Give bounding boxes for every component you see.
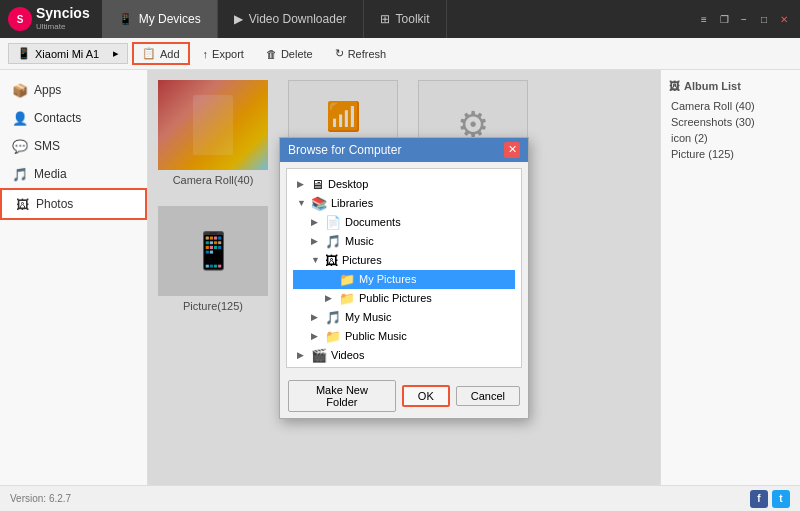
- browse-dialog: Browse for Computer ✕ ▶ 🖥 Desktop ▼ 📚 Li…: [279, 137, 529, 419]
- tree-expand-icon: ▶: [311, 331, 321, 341]
- main-layout: 📦 Apps 👤 Contacts 💬 SMS 🎵 Media 🖼 Photos: [0, 70, 800, 485]
- tree-expand-icon: ▶: [325, 293, 335, 303]
- tree-item[interactable]: 📁 My Pictures: [293, 270, 515, 289]
- logo-icon: S: [8, 7, 32, 31]
- album-item-camera-roll[interactable]: Camera Roll (40): [667, 98, 794, 114]
- sidebar-media-label: Media: [34, 167, 67, 181]
- sms-icon: 💬: [12, 138, 28, 154]
- contacts-icon: 👤: [12, 110, 28, 126]
- dialog-title: Browse for Computer: [288, 143, 401, 157]
- refresh-button[interactable]: ↻ Refresh: [326, 43, 396, 64]
- tree-label: Desktop: [328, 178, 368, 190]
- right-panel: 🖼 Album List Camera Roll (40) Screenshot…: [660, 70, 800, 485]
- dialog-titlebar: Browse for Computer ✕: [280, 138, 528, 162]
- dialog-overlay: Browse for Computer ✕ ▶ 🖥 Desktop ▼ 📚 Li…: [148, 70, 660, 485]
- tree-item[interactable]: ▶ 📁 优能影视库: [293, 365, 515, 368]
- tree-folder-icon: 🎬: [311, 348, 327, 363]
- tree-label: My Pictures: [359, 273, 416, 285]
- sidebar-apps-label: Apps: [34, 83, 61, 97]
- tree-label: My Music: [345, 311, 391, 323]
- add-label: Add: [160, 48, 180, 60]
- ok-button[interactable]: OK: [402, 385, 450, 407]
- apps-icon: 📦: [12, 82, 28, 98]
- tree-item[interactable]: ▶ 🎵 My Music: [293, 308, 515, 327]
- tree-folder-icon: 📁: [311, 367, 327, 368]
- tree-folder-icon: 🖥: [311, 177, 324, 192]
- facebook-icon[interactable]: f: [750, 490, 768, 508]
- device-selector[interactable]: 📱 Xiaomi Mi A1 ▸: [8, 43, 128, 64]
- tree-label: Libraries: [331, 197, 373, 209]
- delete-button[interactable]: 🗑 Delete: [257, 44, 322, 64]
- tree-item[interactable]: ▶ 🎵 Music: [293, 232, 515, 251]
- tab-video-downloader[interactable]: ▶ Video Downloader: [218, 0, 364, 38]
- album-list-header: 🖼 Album List: [667, 76, 794, 98]
- close-button[interactable]: ✕: [776, 11, 792, 27]
- tab-toolkit-icon: ⊞: [380, 12, 390, 26]
- add-icon: 📋: [142, 47, 156, 60]
- tab-video-label: Video Downloader: [249, 12, 347, 26]
- tree-label: Public Music: [345, 330, 407, 342]
- restore-button[interactable]: ❐: [716, 11, 732, 27]
- tree-folder-icon: 📁: [339, 291, 355, 306]
- album-item-picture[interactable]: Picture (125): [667, 146, 794, 162]
- statusbar: Version: 6.2.7 f t: [0, 485, 800, 511]
- tree-folder-icon: 📄: [325, 215, 341, 230]
- tree-expand-icon: ▶: [311, 217, 321, 227]
- sidebar-item-sms[interactable]: 💬 SMS: [0, 132, 147, 160]
- logo-text: Syncios: [36, 6, 90, 21]
- album-item-icon[interactable]: icon (2): [667, 130, 794, 146]
- device-icon: 📱: [17, 47, 31, 60]
- album-item-screenshots[interactable]: Screenshots (30): [667, 114, 794, 130]
- tree-item[interactable]: ▶ 📁 Public Music: [293, 327, 515, 346]
- delete-icon: 🗑: [266, 48, 277, 60]
- tree-expand-icon: ▶: [311, 312, 321, 322]
- content-area: Camera Roll(40) 📶 WLAN nfcfm ⚙ 📱: [148, 70, 660, 485]
- maximize-button[interactable]: □: [756, 11, 772, 27]
- delete-label: Delete: [281, 48, 313, 60]
- tab-toolkit[interactable]: ⊞ Toolkit: [364, 0, 447, 38]
- tree-item[interactable]: ▼ 🖼 Pictures: [293, 251, 515, 270]
- sidebar-contacts-label: Contacts: [34, 111, 81, 125]
- tree-expand-icon: ▶: [311, 236, 321, 246]
- export-icon: ↑: [203, 48, 209, 60]
- sidebar-item-media[interactable]: 🎵 Media: [0, 160, 147, 188]
- dialog-footer: Make New Folder OK Cancel: [280, 374, 528, 418]
- refresh-label: Refresh: [348, 48, 387, 60]
- device-chevron: ▸: [113, 47, 119, 60]
- window-controls: ≡ ❐ − □ ✕: [696, 11, 792, 27]
- tree-expand-icon: ▼: [311, 255, 321, 265]
- dialog-close-button[interactable]: ✕: [504, 142, 520, 158]
- device-name-label: Xiaomi Mi A1: [35, 48, 99, 60]
- dialog-tree[interactable]: ▶ 🖥 Desktop ▼ 📚 Libraries ▶ 📄 Documents …: [286, 168, 522, 368]
- album-list-title: Album List: [684, 80, 741, 92]
- sidebar-item-contacts[interactable]: 👤 Contacts: [0, 104, 147, 132]
- tree-item[interactable]: ▼ 📚 Libraries: [293, 194, 515, 213]
- tree-folder-icon: 🖼: [325, 253, 338, 268]
- minimize-button[interactable]: −: [736, 11, 752, 27]
- tab-toolkit-label: Toolkit: [396, 12, 430, 26]
- make-new-folder-button[interactable]: Make New Folder: [288, 380, 396, 412]
- sidebar-item-apps[interactable]: 📦 Apps: [0, 76, 147, 104]
- tree-label: Public Pictures: [359, 292, 432, 304]
- cancel-button[interactable]: Cancel: [456, 386, 520, 406]
- tree-folder-icon: 🎵: [325, 234, 341, 249]
- tab-my-devices[interactable]: 📱 My Devices: [102, 0, 218, 38]
- media-icon: 🎵: [12, 166, 28, 182]
- tree-item[interactable]: ▶ 📄 Documents: [293, 213, 515, 232]
- tree-folder-icon: 📁: [339, 272, 355, 287]
- tree-label: Videos: [331, 349, 364, 361]
- toolbar: 📱 Xiaomi Mi A1 ▸ 📋 Add ↑ Export 🗑 Delete…: [0, 38, 800, 70]
- add-button[interactable]: 📋 Add: [132, 42, 190, 65]
- export-label: Export: [212, 48, 244, 60]
- tree-folder-icon: 📚: [311, 196, 327, 211]
- tree-item[interactable]: ▶ 📁 Public Pictures: [293, 289, 515, 308]
- tree-item[interactable]: ▶ 🎬 Videos: [293, 346, 515, 365]
- tree-expand-icon: ▶: [297, 179, 307, 189]
- twitter-icon[interactable]: t: [772, 490, 790, 508]
- settings-button[interactable]: ≡: [696, 11, 712, 27]
- export-button[interactable]: ↑ Export: [194, 44, 253, 64]
- photos-icon: 🖼: [14, 196, 30, 212]
- tree-item[interactable]: ▶ 🖥 Desktop: [293, 175, 515, 194]
- sidebar-sms-label: SMS: [34, 139, 60, 153]
- sidebar-item-photos[interactable]: 🖼 Photos: [0, 188, 147, 220]
